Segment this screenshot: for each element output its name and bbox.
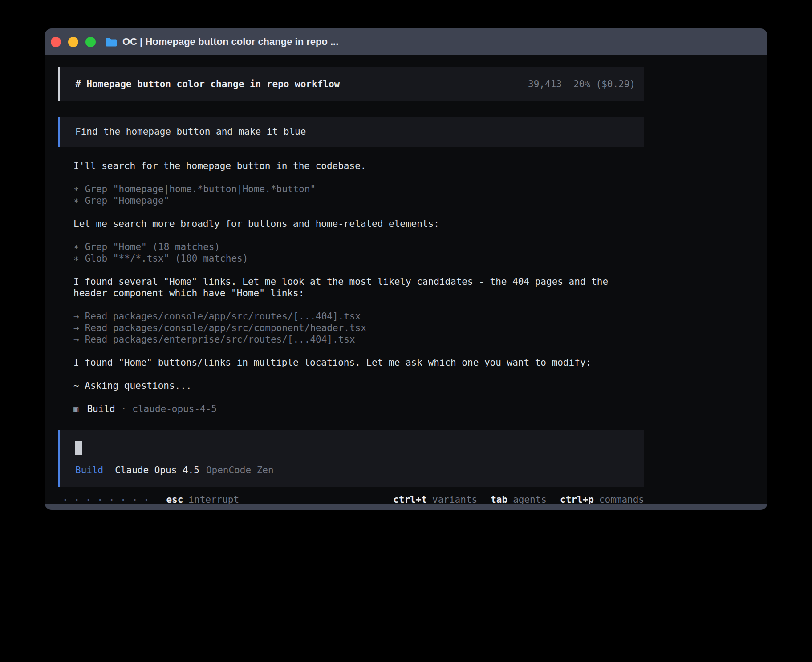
agent-separator: · [121,403,127,415]
spinner-dots: ········ [62,494,154,504]
session-title: # Homepage button color change in repo w… [75,78,340,90]
shortcut-key: ctrl+p [560,494,594,504]
tool-call-group-1: ∗Grep "homepage|home.*button|Home.*butto… [58,183,644,206]
working-status: ~ Asking questions... [58,380,644,392]
window-title-group: OC | Homepage button color change in rep… [106,36,338,48]
tool-call-grep-2: ∗Grep "Homepage" [73,195,644,206]
read-call-text: Read packages/console/app/src/component/… [85,323,366,333]
read-arrow-icon: → [73,334,79,345]
shortcut-label: agents [513,494,547,504]
tool-call-text: Grep "homepage|home.*button|Home.*button… [85,184,316,194]
input-cursor[interactable] [75,441,82,455]
tool-call-grep-3: ∗Grep "Home" (18 matches) [73,241,644,253]
agent-badge: ▣ Build · claude-opus-4-5 [58,403,644,415]
shortcut-label: commands [599,494,644,504]
read-call-2: →Read packages/console/app/src/component… [73,322,644,334]
read-call-1: →Read packages/console/app/src/routes/[.… [73,311,644,322]
folder-icon [106,37,117,47]
prompt-input[interactable]: Build Claude Opus 4.5 OpenCode Zen [58,430,644,487]
token-count: 39,413 [528,78,562,90]
terminal-window: OC | Homepage button color change in rep… [45,28,767,510]
tool-call-text: Grep "Home" (18 matches) [85,242,220,252]
user-message: Find the homepage button and make it blu… [58,117,644,147]
terminal-content: # Homepage button color change in repo w… [45,55,644,504]
window-bottom-edge [45,504,767,510]
input-provider-label: OpenCode Zen [206,464,274,476]
assistant-broaden: Let me search more broadly for buttons a… [58,218,644,230]
status-bar: ········ esc interrupt ctrl+t variants t… [58,493,644,504]
shortcut-key: ctrl+t [393,494,427,504]
tool-call-glob-1: ∗Glob "**/*.tsx" (100 matches) [73,253,644,264]
read-arrow-icon: → [73,311,79,322]
shortcut-commands: ctrl+p commands [560,494,644,504]
input-model-line: Build Claude Opus 4.5 OpenCode Zen [75,464,635,476]
close-button[interactable] [51,37,61,47]
shortcut-key: tab [491,494,508,504]
esc-key: esc [166,494,183,504]
context-usage: 20% ($0.29) [573,78,635,90]
agent-square-icon: ▣ [73,403,78,415]
titlebar: OC | Homepage button color change in rep… [45,28,767,55]
zoom-button[interactable] [85,37,96,47]
read-arrow-icon: → [73,322,79,334]
status-right: ctrl+t variants tab agents ctrl+p comman… [393,494,644,504]
tool-call-icon: ∗ [73,195,79,206]
assistant-ask: I found "Home" buttons/links in multiple… [58,357,644,368]
session-stats: 39,413 20% ($0.29) [528,78,635,90]
user-message-text: Find the homepage button and make it blu… [75,126,306,137]
input-model-label: Claude Opus 4.5 [115,464,199,476]
window-title: OC | Homepage button color change in rep… [122,36,338,48]
esc-hint: esc interrupt [166,494,239,504]
assistant-intro: I'll search for the homepage button in t… [58,160,644,172]
minimize-button[interactable] [68,37,78,47]
window-controls [51,37,96,47]
tool-call-icon: ∗ [73,241,79,253]
read-call-text: Read packages/console/app/src/routes/[..… [85,311,361,322]
assistant-candidates: I found several "Home" links. Let me loo… [58,276,644,299]
tool-call-icon: ∗ [73,183,79,195]
input-agent-label: Build [75,464,103,476]
status-left: ········ esc interrupt [62,494,239,504]
read-call-text: Read packages/enterprise/src/routes/[...… [85,334,355,345]
shortcut-label: variants [432,494,477,504]
agent-name: Build [87,403,115,415]
tool-call-icon: ∗ [73,253,79,264]
tool-call-text: Glob "**/*.tsx" (100 matches) [85,253,248,264]
read-call-group: →Read packages/console/app/src/routes/[.… [58,311,644,345]
tool-call-group-2: ∗Grep "Home" (18 matches) ∗Glob "**/*.ts… [58,241,644,264]
read-call-3: →Read packages/enterprise/src/routes/[..… [73,334,644,345]
session-header: # Homepage button color change in repo w… [58,67,644,101]
shortcut-agents: tab agents [491,494,547,504]
shortcut-variants: ctrl+t variants [393,494,477,504]
tool-call-text: Grep "Homepage" [85,195,170,206]
tool-call-grep-1: ∗Grep "homepage|home.*button|Home.*butto… [73,183,644,195]
agent-model: claude-opus-4-5 [132,403,217,415]
interrupt-label: interrupt [188,494,239,504]
